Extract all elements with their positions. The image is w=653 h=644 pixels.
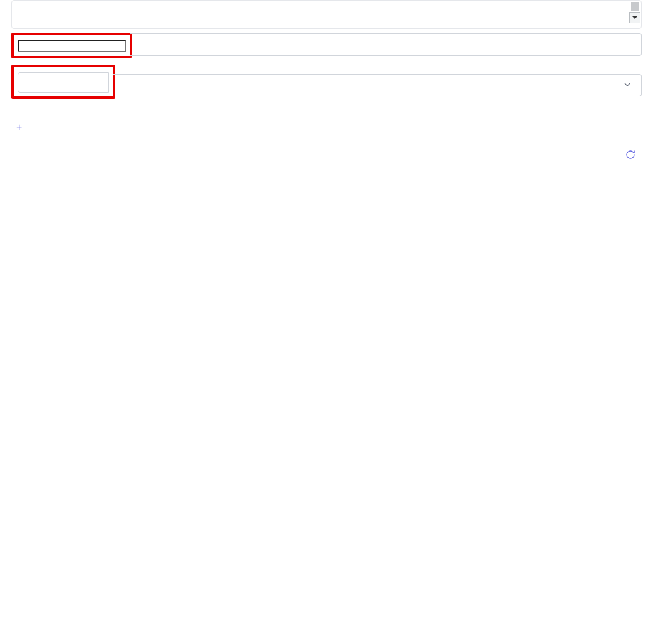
scrollbar-down-button[interactable] — [629, 12, 640, 23]
add-links-label — [11, 105, 642, 116]
tone-select-extended[interactable] — [113, 74, 642, 100]
tone-highlight — [11, 65, 115, 99]
article-length-highlight — [11, 33, 132, 58]
tone-select[interactable] — [18, 72, 109, 93]
add-link-button[interactable]: + — [11, 120, 32, 135]
chevron-down-icon — [622, 80, 632, 91]
article-length-input-extended[interactable] — [130, 33, 642, 60]
plus-icon: + — [16, 122, 22, 132]
scrollbar-thumb[interactable] — [631, 2, 639, 11]
regenerate-outline-button[interactable] — [625, 150, 642, 162]
keyword-tag-panel[interactable] — [11, 0, 642, 29]
article-length-input[interactable] — [18, 40, 126, 52]
refresh-icon — [625, 150, 635, 162]
